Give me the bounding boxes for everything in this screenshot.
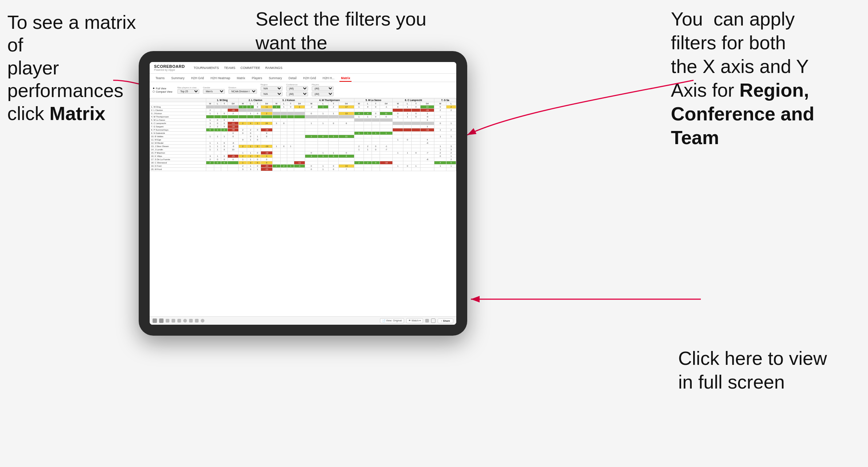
filter-gender: Gender Men's [203, 86, 225, 94]
sh-dif2: Dif [261, 102, 272, 105]
col-header-jkoivun: 3. J Koivun [272, 99, 305, 102]
filter-players: Players (All) (All) [312, 84, 334, 96]
zoom-out-icon[interactable] [189, 319, 193, 323]
copy-icon[interactable] [172, 319, 175, 323]
redo-icon[interactable] [159, 319, 164, 323]
row-label: 19. D Ford [150, 165, 206, 168]
sh-l4: L [318, 102, 329, 105]
sh-l7: L [446, 102, 456, 105]
sh-w3: W [272, 102, 280, 105]
sh-w7: W [434, 102, 446, 105]
sh-t6: T [412, 102, 420, 105]
annotation-topleft: To see a matrix of player performances c… [7, 11, 153, 125]
refresh-icon[interactable] [183, 319, 187, 323]
players-select-1[interactable]: (All) [312, 86, 334, 91]
table-row: 16. K Vilips 310-25 2204 3308 01 [150, 155, 456, 158]
nav-tournaments[interactable]: TOURNAMENTS [193, 65, 219, 70]
row-label: 5. M La Sasso [150, 119, 206, 122]
filter-region: Region N/A N/A [261, 84, 283, 96]
max-players-select[interactable]: Top 25 [177, 89, 199, 94]
view-original-button[interactable]: 📄 View: Original [380, 318, 404, 323]
filter-max-players: Max players in view Top 25 [177, 86, 199, 94]
tab-h2h-grid[interactable]: H2H Grid [189, 75, 205, 82]
table-row: 15. P Maichon 110-19 0110 110-7 22 [150, 151, 456, 155]
sh-t2: T [254, 102, 261, 105]
undo-icon[interactable] [153, 319, 157, 323]
sh-l3: L [281, 102, 287, 105]
tab-detail[interactable]: Detail [287, 75, 298, 82]
scoreboard-logo: SCOREBOARD Powered by clippd [154, 64, 185, 71]
col-header-wding: 1. W Ding [206, 99, 238, 102]
table-row: 12. M Riedel 110-6 -6 [150, 142, 456, 145]
gender-select[interactable]: Men's [203, 89, 225, 94]
tab-teams[interactable]: Teams [154, 75, 166, 82]
fullscreen-icon[interactable] [431, 319, 435, 323]
row-label: 20. M Ford [150, 168, 206, 171]
tab-matrix-left[interactable]: Matrix [235, 75, 247, 82]
region-select-1[interactable]: N/A [261, 86, 283, 91]
nav-rankings[interactable]: RANKINGS [265, 65, 283, 70]
screen-options-icon[interactable] [425, 319, 429, 323]
table-row: 5. M La Sasso 100-6 3 [150, 119, 456, 122]
conference-select-2[interactable]: (All) [286, 92, 308, 96]
tab-h2h-heatmap[interactable]: H2H Heatmap [209, 75, 232, 82]
full-view-option[interactable]: Full View [153, 87, 172, 90]
nav-committee[interactable]: COMMITTEE [241, 65, 260, 70]
row-label: 1. W Ding [150, 105, 206, 109]
matrix-content: 1. W Ding 2. L Clanton 3. J Koivun 4. M … [150, 98, 456, 316]
table-row: 7. G Sargent 220-16 3 [150, 125, 456, 128]
sh-t3: T [287, 102, 294, 105]
annotation-topright: You can apply filters for both the X axi… [671, 7, 846, 150]
players-select-2[interactable]: (All) [312, 92, 334, 96]
tab-summary2[interactable]: Summary [267, 75, 283, 82]
watch-button[interactable]: 👁 Watch ▾ [406, 318, 423, 323]
tab-h2h-h[interactable]: H2H H... [321, 75, 336, 82]
nav-teams[interactable]: TEAMS [224, 65, 235, 70]
row-label: 8. P Summerhays [150, 128, 206, 132]
players-label: Players [312, 84, 334, 86]
conference-select-1[interactable]: (All) [286, 86, 308, 91]
zoom-in-icon[interactable] [195, 319, 199, 323]
row-label: 10. B Valdes [150, 135, 206, 138]
logo-title: SCOREBOARD [154, 64, 185, 69]
sh-t1: T [221, 102, 227, 105]
nav-links: TOURNAMENTS TEAMS COMMITTEE RANKINGS [193, 65, 282, 70]
filter-conference: Conference (All) (All) [286, 84, 308, 96]
filter-division: Division NCAA Division I [228, 86, 257, 94]
compact-view-label: Compact View [156, 90, 172, 93]
table-row: 11. M Ege 010 104 [150, 138, 456, 142]
col-header-mthorbjornsen: 4. M Thorbjornsen [305, 99, 354, 102]
max-players-label: Max players in view [177, 86, 199, 89]
share-button[interactable]: ↑ Share [438, 319, 453, 323]
sh-w1: W [206, 102, 214, 105]
info-icon[interactable] [201, 319, 204, 323]
sh-dif4: Dif [339, 102, 354, 105]
row-label: 12. M Riedel [150, 142, 206, 145]
matrix-table: 1. W Ding 2. L Clanton 3. J Koivun 4. M … [150, 98, 456, 171]
col-header-clamprecht: 6. C Lamprecht [393, 99, 434, 102]
annotation-topright-text: You can apply filters for both the X axi… [671, 8, 814, 148]
view-options: Full View Compact View [153, 87, 172, 93]
table-row: 18. C Sherwood 200 1300 -11 220-10 45 [150, 161, 456, 165]
col-header-gsa: 7. G Sa [434, 99, 456, 102]
row-label: 9. N Gabrelcik [150, 132, 206, 135]
logo-sub: Powered by clippd [154, 69, 185, 71]
cut-icon[interactable] [166, 319, 169, 323]
sh-l1: L [214, 102, 221, 105]
region-select-2[interactable]: N/A [261, 92, 283, 96]
tab-players[interactable]: Players [250, 75, 264, 82]
sh-w2: W [239, 102, 247, 105]
sh-l2: L [247, 102, 254, 105]
tab-h2h-grid2[interactable]: H2H Grid [302, 75, 317, 82]
col-header-lclanton: 2. L Clanton [239, 99, 272, 102]
full-view-radio [153, 88, 154, 89]
tablet-screen: SCOREBOARD Powered by clippd TOURNAMENTS… [150, 62, 456, 325]
tab-summary[interactable]: Summary [170, 75, 186, 82]
subheader-empty [150, 102, 206, 105]
division-select[interactable]: NCAA Division I [228, 89, 257, 94]
compact-view-option[interactable]: Compact View [153, 90, 172, 93]
paste-icon[interactable] [177, 319, 181, 323]
tab-matrix-active[interactable]: Matrix [339, 75, 352, 82]
annotation-bottomright: Click here to view in full screen [678, 347, 839, 394]
division-label: Division [228, 86, 257, 89]
